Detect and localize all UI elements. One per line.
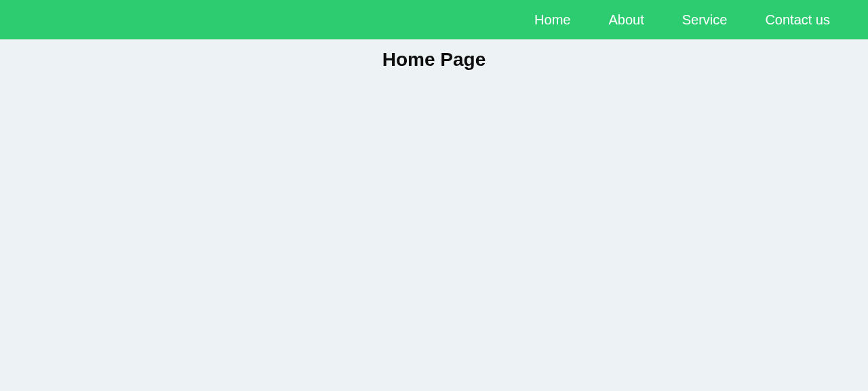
page-title: Home Page: [0, 49, 868, 71]
nav-item-about[interactable]: About: [589, 12, 663, 28]
nav-item-service[interactable]: Service: [663, 12, 747, 28]
nav-item-home[interactable]: Home: [515, 12, 589, 28]
navbar: Home About Service Contact us: [0, 0, 868, 39]
nav-item-contact[interactable]: Contact us: [746, 12, 849, 28]
